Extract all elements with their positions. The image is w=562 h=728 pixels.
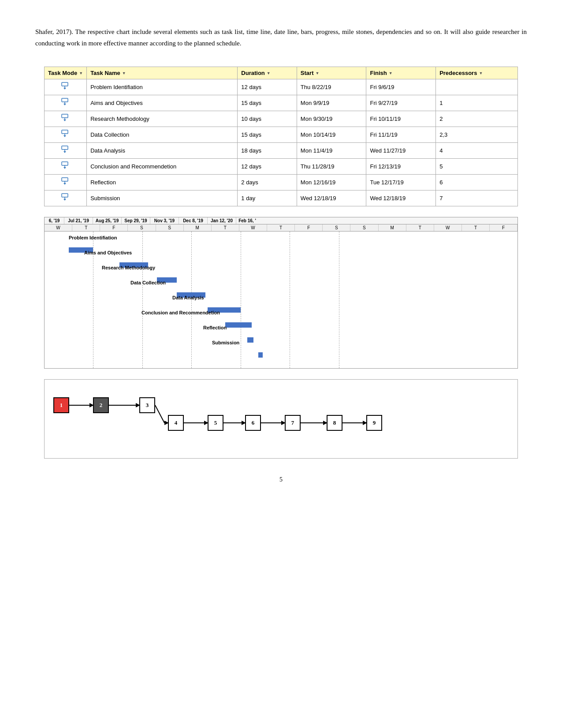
gantt-day-cell: M (184, 224, 212, 231)
svg-rect-18 (62, 178, 68, 181)
gantt-task-label: Data Collection (130, 280, 166, 285)
finish-cell: Fri 12/13/19 (366, 159, 436, 175)
gantt-day-cell: W (239, 224, 267, 231)
task-name-cell: Data Collection (87, 127, 238, 143)
pred-cell: 5 (436, 159, 518, 175)
table-row: Aims and Objectives15 daysMon 9/9/19Fri … (45, 95, 518, 111)
task-name-cell: Research Methodology (87, 111, 238, 127)
task-mode-cell (45, 159, 87, 175)
predecessors-dropdown[interactable]: ▼ (479, 71, 483, 75)
col-finish: Finish ▼ (366, 67, 436, 79)
gantt-day-cell: T (212, 224, 239, 231)
gantt-day-cell: F (490, 224, 517, 231)
gantt-task-label: Data Analysis (172, 295, 204, 300)
gantt-month-3: Sep 29, '19 (122, 217, 150, 224)
task-name-cell: Data Analysis (87, 143, 238, 159)
svg-rect-6 (62, 114, 68, 118)
gantt-task-label: Research Methodology (102, 265, 155, 270)
col-start: Start ▼ (297, 67, 366, 79)
gantt-month-1: Jul 21, '19 (64, 217, 93, 224)
col-duration: Duration ▼ (238, 67, 297, 79)
gantt-task-bar (258, 352, 263, 358)
table-row: Problem Identifiation12 daysThu 8/22/19F… (45, 79, 518, 95)
task-mode-cell (45, 143, 87, 159)
gantt-day-cell: T (406, 224, 434, 231)
svg-marker-14 (63, 151, 66, 153)
finish-cell: Wed 11/27/19 (366, 143, 436, 159)
start-cell: Mon 9/30/19 (297, 111, 366, 127)
task-mode-dropdown[interactable]: ▼ (79, 71, 83, 75)
svg-rect-3 (62, 98, 68, 102)
finish-cell: Fri 9/27/19 (366, 95, 436, 111)
svg-rect-0 (62, 82, 68, 86)
gantt-day-cell: F (100, 224, 128, 231)
start-dropdown[interactable]: ▼ (315, 71, 319, 75)
gantt-task-label: Aims and Objectives (84, 250, 132, 255)
network-node-4: 4 (168, 415, 184, 431)
gantt-month-6: Jan 12, '20 (208, 217, 236, 224)
page-number: 5 (35, 476, 527, 483)
gantt-day-cell: S (156, 224, 184, 231)
start-cell: Mon 12/16/19 (297, 175, 366, 190)
duration-cell: 12 days (238, 79, 297, 95)
network-node-7: 7 (285, 415, 301, 431)
task-mode-cell (45, 79, 87, 95)
duration-cell: 15 days (238, 127, 297, 143)
svg-marker-5 (63, 104, 66, 105)
gantt-day-cell: W (45, 224, 72, 231)
table-row: Research Methodology10 daysMon 9/30/19Fr… (45, 111, 518, 127)
start-cell: Mon 11/4/19 (297, 143, 366, 159)
duration-cell: 1 day (238, 190, 297, 206)
gantt-task-label: Reflection (203, 325, 227, 330)
vline-6 (339, 231, 339, 368)
finish-dropdown[interactable]: ▼ (389, 71, 393, 75)
task-mode-cell (45, 127, 87, 143)
finish-cell: Wed 12/18/19 (366, 190, 436, 206)
gantt-day-cell: W (434, 224, 462, 231)
svg-marker-8 (63, 119, 66, 121)
duration-cell: 18 days (238, 143, 297, 159)
pred-cell: 2,3 (436, 127, 518, 143)
network-diagram: 123456789 (44, 379, 518, 459)
task-name-cell: Conclusion and Recommendetion (87, 159, 238, 175)
svg-rect-21 (62, 194, 68, 197)
task-mode-cell (45, 190, 87, 206)
svg-rect-12 (62, 146, 68, 149)
task-name-dropdown[interactable]: ▼ (122, 71, 126, 75)
gantt-month-5: Dec 8, '19 (179, 217, 208, 224)
col-task-mode: Task Mode ▼ (45, 67, 87, 79)
vline-2 (142, 231, 143, 368)
gantt-task-label: Problem Identifiation (69, 235, 117, 240)
intro-paragraph: Shafer, 2017). The respective chart incl… (35, 26, 527, 49)
duration-cell: 12 days (238, 159, 297, 175)
gantt-day-cell: S (350, 224, 378, 231)
table-row: Submission1 dayWed 12/18/19Wed 12/18/197 (45, 190, 518, 206)
finish-cell: Fri 11/1/19 (366, 127, 436, 143)
gantt-task-label: Submission (212, 340, 239, 345)
gantt-chart: 6, '19 Jul 21, '19 Aug 25, '19 Sep 29, '… (44, 217, 518, 369)
network-node-8: 8 (327, 415, 342, 431)
gantt-table: Task Mode ▼ Task Name ▼ Duration ▼ Start… (44, 67, 518, 206)
start-cell: Thu 8/22/19 (297, 79, 366, 95)
svg-marker-20 (63, 183, 66, 185)
task-name-cell: Reflection (87, 175, 238, 190)
gantt-day-cell: T (267, 224, 295, 231)
network-node-2: 2 (93, 397, 109, 413)
task-name-cell: Submission (87, 190, 238, 206)
gantt-day-cell: S (323, 224, 350, 231)
vline-5 (290, 231, 290, 368)
network-node-1: 1 (53, 397, 69, 413)
pred-cell: 2 (436, 111, 518, 127)
pred-cell (436, 79, 518, 95)
duration-dropdown[interactable]: ▼ (267, 71, 271, 75)
gantt-task-bar (247, 337, 253, 343)
task-mode-cell (45, 95, 87, 111)
table-row: Reflection2 daysMon 12/16/19Tue 12/17/19… (45, 175, 518, 190)
svg-rect-9 (62, 130, 68, 134)
svg-marker-11 (63, 135, 66, 137)
finish-cell: Fri 10/11/19 (366, 111, 436, 127)
start-cell: Mon 9/9/19 (297, 95, 366, 111)
gantt-day-cell: T (462, 224, 490, 231)
gantt-month-0: 6, '19 (45, 217, 64, 224)
duration-cell: 15 days (238, 95, 297, 111)
